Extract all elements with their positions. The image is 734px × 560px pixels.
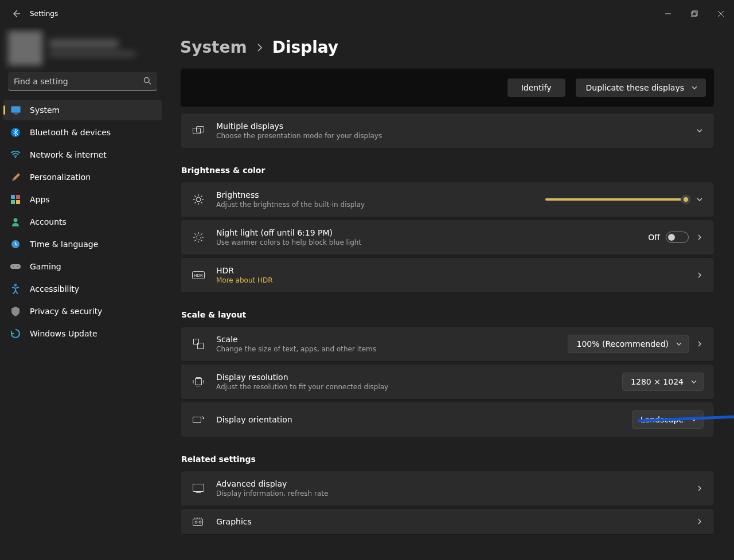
minimize-icon — [665, 11, 671, 17]
sidebar-item-label: Time & language — [30, 240, 98, 249]
night-light-row[interactable]: Night light (off until 6:19 PM) Use warm… — [180, 220, 715, 255]
sidebar-item-gaming[interactable]: Gaming — [3, 256, 162, 277]
sidebar-item-label: Gaming — [30, 262, 61, 271]
chevron-right-icon — [696, 233, 704, 241]
svg-rect-25 — [196, 379, 202, 385]
page-title: Display — [272, 38, 338, 57]
search-input[interactable] — [8, 72, 157, 91]
brightness-row[interactable]: Brightness Adjust the brightness of the … — [180, 182, 715, 217]
user-profile[interactable] — [8, 30, 158, 66]
svg-point-31 — [199, 521, 201, 523]
avatar — [8, 31, 42, 65]
advanced-display-row[interactable]: Advanced display Display information, re… — [180, 471, 715, 506]
svg-point-14 — [13, 266, 14, 267]
identify-label: Identify — [521, 83, 552, 92]
update-icon — [10, 328, 21, 339]
brightness-sub: Adjust the brightness of the built-in di… — [216, 201, 534, 209]
sidebar-item-label: Privacy & security — [30, 307, 102, 316]
sidebar-item-label: Apps — [30, 195, 50, 204]
resolution-dropdown[interactable]: 1280 × 1024 — [622, 373, 704, 391]
sidebar-item-system[interactable]: System — [3, 100, 162, 120]
apps-icon — [10, 194, 21, 205]
search-wrap — [8, 72, 157, 91]
window-title: Settings — [28, 10, 58, 18]
hdr-row[interactable]: HDR HDR More about HDR — [180, 257, 715, 293]
resolution-title: Display resolution — [216, 373, 611, 382]
identify-button[interactable]: Identify — [507, 79, 565, 97]
orientation-row[interactable]: Display orientation Landscape — [180, 402, 715, 437]
scale-icon — [192, 339, 205, 349]
sidebar-item-label: Windows Update — [30, 329, 97, 338]
resolution-icon — [192, 377, 205, 386]
svg-rect-4 — [14, 113, 18, 115]
sidebar-item-label: Bluetooth & devices — [30, 128, 111, 137]
graphics-row[interactable]: Graphics — [180, 508, 715, 535]
chevron-down-icon — [676, 340, 682, 347]
brightness-title: Brightness — [216, 190, 534, 199]
scale-title: Scale — [216, 335, 556, 344]
breadcrumb-parent[interactable]: System — [180, 38, 247, 57]
sidebar-item-privacy[interactable]: Privacy & security — [3, 301, 162, 322]
svg-point-11 — [14, 218, 18, 222]
chevron-down-icon — [690, 416, 697, 423]
night-light-state: Off — [648, 233, 660, 242]
sidebar-item-time-language[interactable]: Time & language — [3, 234, 162, 254]
brush-icon — [10, 172, 21, 182]
orientation-icon — [192, 415, 205, 424]
back-button[interactable] — [5, 2, 28, 25]
sidebar-item-personalization[interactable]: Personalization — [3, 167, 162, 187]
svg-rect-8 — [16, 195, 20, 199]
sidebar-item-accounts[interactable]: Accounts — [3, 212, 162, 232]
clock-icon — [10, 239, 21, 249]
svg-point-30 — [195, 521, 197, 523]
advanced-display-sub: Display information, refresh rate — [216, 489, 684, 498]
sidebar-item-accessibility[interactable]: Accessibility — [3, 279, 162, 299]
display-header-card: Identify Duplicate these displays — [180, 68, 715, 107]
sidebar-item-label: Accounts — [30, 217, 67, 226]
maximize-button[interactable] — [681, 5, 708, 23]
multiple-displays-row[interactable]: Multiple displays Choose the presentatio… — [180, 113, 715, 148]
orientation-dropdown[interactable]: Landscape — [632, 410, 704, 429]
advanced-display-icon — [192, 484, 205, 493]
close-button[interactable] — [708, 5, 734, 23]
chevron-right-icon — [696, 271, 704, 279]
night-light-sub: Use warmer colors to help block blue lig… — [216, 238, 637, 246]
svg-point-16 — [14, 284, 17, 286]
person-icon — [10, 217, 21, 227]
shield-icon — [10, 306, 21, 316]
scale-row[interactable]: Scale Change the size of text, apps, and… — [180, 326, 715, 362]
svg-point-15 — [17, 266, 18, 267]
night-light-toggle[interactable] — [666, 232, 689, 243]
gamepad-icon — [10, 261, 21, 272]
sidebar-item-bluetooth[interactable]: Bluetooth & devices — [3, 122, 162, 143]
search-icon — [143, 77, 151, 85]
accessibility-icon — [10, 284, 21, 294]
sidebar-item-apps[interactable]: Apps — [3, 189, 162, 210]
svg-rect-23 — [194, 339, 199, 344]
hdr-link[interactable]: More about HDR — [216, 276, 684, 284]
brightness-slider[interactable] — [545, 198, 689, 201]
hdr-title: HDR — [216, 266, 684, 275]
scale-dropdown[interactable]: 100% (Recommended) — [568, 335, 689, 353]
resolution-sub: Adjust the resolution to fit your connec… — [216, 383, 611, 391]
minimize-button[interactable] — [655, 5, 681, 23]
chevron-right-icon — [696, 518, 704, 526]
svg-rect-3 — [11, 106, 20, 112]
hdr-icon: HDR — [192, 271, 205, 279]
profile-text — [49, 40, 135, 57]
svg-point-2 — [144, 77, 149, 83]
sidebar: System Bluetooth & devices Network & int… — [0, 28, 166, 560]
svg-rect-1 — [693, 11, 697, 15]
title-bar: Settings — [0, 0, 734, 28]
multiple-displays-icon — [192, 126, 205, 135]
sidebar-item-label: Personalization — [30, 173, 91, 182]
sidebar-item-network[interactable]: Network & internet — [3, 144, 162, 165]
resolution-row[interactable]: Display resolution Adjust the resolution… — [180, 364, 715, 400]
chevron-right-icon — [696, 340, 704, 348]
duplicate-displays-dropdown[interactable]: Duplicate these displays — [576, 79, 706, 97]
close-icon — [718, 11, 724, 17]
graphics-title: Graphics — [216, 517, 684, 526]
sidebar-item-windows-update[interactable]: Windows Update — [3, 323, 162, 344]
chevron-down-icon — [696, 127, 704, 135]
svg-text:HDR: HDR — [194, 273, 203, 278]
